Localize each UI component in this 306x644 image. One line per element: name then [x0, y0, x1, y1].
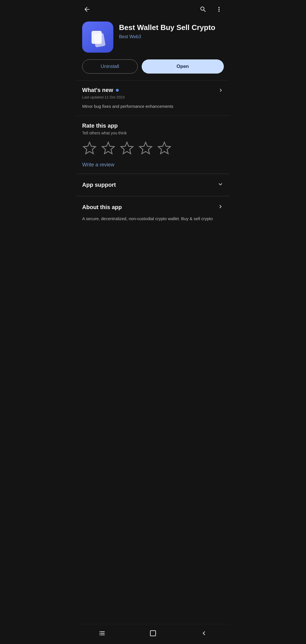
- back-nav-icon: [200, 629, 208, 637]
- write-review-button[interactable]: Write a review: [82, 162, 114, 168]
- expand-more-icon: [217, 181, 224, 188]
- app-info: Best Wallet Buy Sell Crypto Best Web3: [119, 22, 215, 39]
- top-bar: [76, 0, 230, 17]
- rate-subtitle: Tell others what you think: [82, 131, 224, 135]
- back-button[interactable]: [82, 5, 92, 14]
- svg-marker-6: [158, 142, 170, 154]
- svg-marker-4: [121, 142, 133, 154]
- recent-apps-icon: [98, 629, 106, 637]
- svg-marker-2: [83, 142, 95, 154]
- top-bar-left: [82, 5, 92, 14]
- whats-new-section: What's new Last updated 11 Oct 2023 Mino…: [76, 81, 230, 115]
- svg-marker-3: [102, 142, 114, 154]
- open-button[interactable]: Open: [142, 59, 224, 74]
- arrow-right-icon: [218, 87, 224, 93]
- app-header: Best Wallet Buy Sell Crypto Best Web3: [76, 17, 230, 58]
- star-1[interactable]: [82, 141, 97, 156]
- about-title: About this app: [82, 200, 122, 211]
- rate-section: Rate this app Tell others what you think…: [76, 116, 230, 173]
- more-options-button[interactable]: [214, 5, 224, 14]
- chevron-down-icon: [217, 181, 224, 189]
- app-support-title: App support: [82, 182, 116, 188]
- about-description: A secure, decentralized, non-custodial c…: [82, 216, 224, 222]
- update-description: Minor bug fixes and performance enhancem…: [82, 103, 224, 110]
- star-5[interactable]: [157, 141, 172, 156]
- search-icon: [199, 6, 207, 13]
- about-section: About this app A secure, decentralized, …: [76, 196, 230, 228]
- back-nav-button[interactable]: [194, 628, 214, 639]
- bottom-nav: [76, 624, 230, 644]
- star-3[interactable]: [120, 141, 134, 156]
- star-4[interactable]: [138, 141, 153, 156]
- about-arrow-icon[interactable]: [217, 203, 224, 212]
- back-icon: [83, 6, 91, 13]
- whats-new-arrow-button[interactable]: [218, 87, 224, 93]
- arrow-right-about-icon: [217, 203, 224, 210]
- action-buttons: Uninstall Open: [76, 58, 230, 80]
- app-icon: [82, 22, 113, 53]
- recent-apps-button[interactable]: [92, 628, 112, 639]
- app-developer: Best Web3: [119, 34, 215, 39]
- top-bar-right: [198, 5, 224, 14]
- svg-rect-7: [150, 631, 156, 636]
- more-vert-icon: [215, 6, 223, 13]
- last-updated-text: Last updated 11 Oct 2023: [82, 95, 224, 99]
- home-icon: [149, 629, 157, 637]
- app-icon-graphic: [88, 27, 108, 47]
- app-name: Best Wallet Buy Sell Crypto: [119, 23, 215, 32]
- search-button[interactable]: [198, 5, 208, 14]
- about-header: About this app: [82, 199, 224, 212]
- whats-new-title-row: What's new: [82, 87, 119, 93]
- stars-row: [82, 141, 224, 156]
- svg-rect-1: [93, 33, 105, 47]
- home-button[interactable]: [143, 628, 163, 639]
- app-support-section[interactable]: App support: [76, 174, 230, 196]
- bottom-spacer: [76, 227, 230, 250]
- star-2[interactable]: [101, 141, 116, 156]
- whats-new-title: What's new: [82, 87, 113, 93]
- uninstall-button[interactable]: Uninstall: [82, 59, 138, 74]
- whats-new-header: What's new: [82, 87, 224, 93]
- rate-title: Rate this app: [82, 123, 224, 129]
- svg-marker-5: [139, 142, 152, 154]
- new-indicator-dot: [116, 89, 119, 92]
